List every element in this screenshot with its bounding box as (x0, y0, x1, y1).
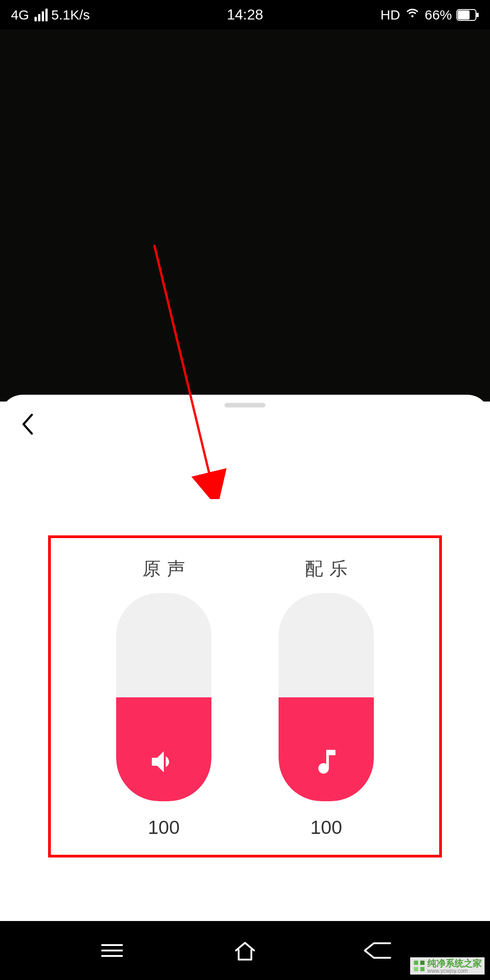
music-volume-column: 配乐 100 (279, 556, 374, 838)
network-type: 4G (11, 7, 29, 23)
svg-rect-1 (458, 10, 470, 20)
watermark-logo-icon (413, 960, 426, 972)
svg-rect-9 (414, 967, 418, 971)
original-volume-slider[interactable] (116, 593, 211, 801)
svg-rect-8 (420, 960, 424, 965)
back-nav-button[interactable] (358, 937, 398, 964)
back-button[interactable] (16, 413, 39, 436)
music-volume-label: 配乐 (299, 556, 354, 581)
network-speed: 5.1K/s (51, 7, 90, 23)
watermark-name: 纯净系统之家 (427, 958, 482, 968)
wifi-icon (405, 5, 420, 24)
recents-button[interactable] (92, 937, 132, 964)
original-volume-fill (116, 697, 211, 802)
battery-icon (456, 9, 479, 21)
sheet-handle[interactable] (225, 403, 265, 407)
original-volume-value: 100 (148, 817, 180, 838)
status-time: 14:28 (227, 6, 263, 23)
annotation-highlight-box: 原声 100 配乐 100 (48, 535, 442, 858)
music-volume-slider[interactable] (279, 593, 374, 801)
status-left: 4G 5.1K/s (11, 7, 90, 23)
home-button[interactable] (225, 937, 265, 964)
music-volume-value: 100 (310, 817, 342, 838)
status-right: HD 66% (381, 5, 479, 24)
original-volume-label: 原声 (136, 556, 191, 581)
music-volume-fill (279, 697, 374, 802)
music-note-icon (310, 746, 342, 779)
volume-sheet: 原声 100 配乐 100 (0, 395, 490, 921)
original-volume-column: 原声 100 (116, 556, 211, 838)
watermark-url: www.ycwjsy.com (427, 968, 482, 974)
signal-icon (34, 9, 48, 21)
hd-label: HD (381, 7, 400, 23)
svg-rect-7 (414, 960, 418, 965)
status-bar: 4G 5.1K/s 14:28 HD 66% (0, 0, 490, 29)
speaker-icon (148, 746, 180, 779)
svg-rect-10 (420, 967, 424, 971)
svg-rect-2 (476, 13, 479, 17)
video-preview (0, 29, 490, 402)
battery-pct: 66% (425, 7, 452, 23)
watermark: 纯净系统之家 www.ycwjsy.com (410, 957, 485, 975)
